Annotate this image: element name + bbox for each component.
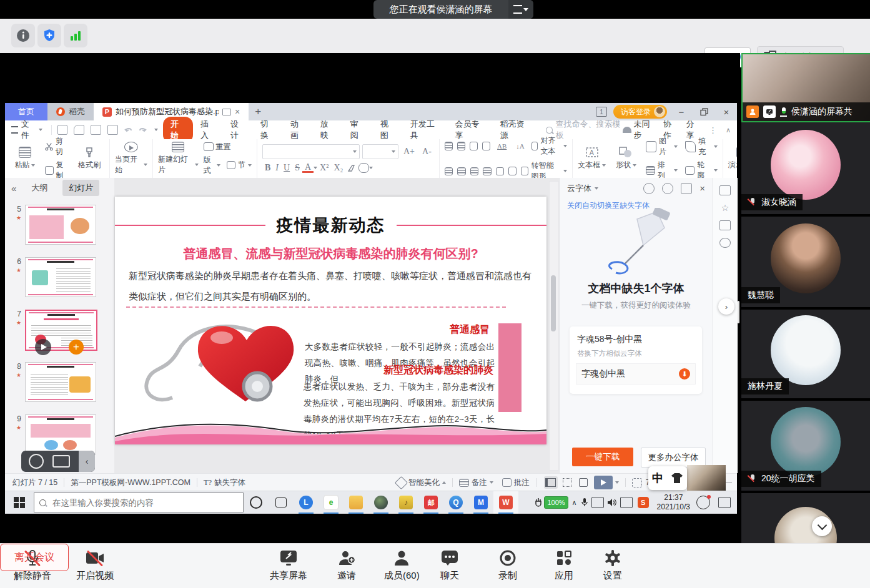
search-input[interactable] — [51, 497, 210, 508]
decrease-font-button[interactable]: A- — [420, 147, 434, 157]
scroll-thumb[interactable] — [551, 275, 556, 331]
participant-tile-partial[interactable] — [741, 493, 870, 543]
format-painter-button[interactable]: 格式刷 — [74, 142, 104, 175]
ime-skin-shirt-icon[interactable] — [671, 473, 683, 484]
fit-window-icon[interactable] — [632, 478, 642, 488]
tray-mic-icon[interactable] — [581, 497, 588, 507]
close-tab-icon[interactable]: × — [235, 107, 240, 117]
reading-view-button[interactable] — [576, 476, 590, 489]
close-panel-icon[interactable]: × — [699, 183, 705, 194]
taskbar-app-game[interactable] — [368, 491, 393, 514]
share-screen-button[interactable]: 共享屏幕 — [270, 549, 307, 582]
print-preview-icon[interactable] — [107, 125, 118, 135]
more-menu-icon[interactable]: ⋮ — [709, 125, 717, 135]
tab-docer[interactable]: 稻壳 — [47, 103, 94, 120]
meeting-security-button[interactable] — [37, 24, 61, 47]
paste-button[interactable]: 粘贴 — [10, 142, 40, 175]
taskbar-search[interactable] — [34, 492, 244, 512]
collapse-panel-button[interactable]: « — [11, 183, 16, 194]
participant-tile-screen-share[interactable]: 侯潇涵的屏幕共 — [741, 53, 870, 122]
cortana-button[interactable] — [244, 491, 269, 514]
font-name-combobox[interactable] — [262, 144, 360, 159]
bold-button[interactable]: B — [262, 163, 273, 173]
more-quick-commands-icon[interactable] — [154, 129, 158, 131]
scroll-participants-down-button[interactable] — [812, 516, 832, 536]
taskbar-clock[interactable]: 21:37 2021/10/3 — [657, 493, 690, 512]
numbered-list-icon[interactable] — [457, 142, 465, 150]
task-view-button[interactable] — [269, 491, 294, 514]
download-font-icon[interactable]: ⬇ — [679, 368, 690, 380]
participant-tile[interactable]: 施林丹夏 — [741, 310, 870, 398]
taskbar-app-explorer[interactable] — [344, 491, 368, 514]
tray-assistant-icon[interactable] — [696, 496, 710, 509]
tray-camera-icon[interactable] — [591, 497, 604, 508]
feedback-icon[interactable] — [643, 183, 655, 194]
line-spacing-button[interactable]: ↓A — [513, 142, 526, 150]
new-tab-button[interactable]: + — [255, 105, 261, 118]
current-slide[interactable]: 疫情最新动态 普通感冒、流感与新型冠状病毒感染的肺炎有何区别? 新型冠状病毒感染… — [115, 197, 546, 444]
subscript-button[interactable]: X₂ — [331, 163, 345, 173]
expand-panel-button[interactable]: › — [718, 298, 734, 315]
align-center-icon[interactable] — [457, 167, 466, 175]
picture-button[interactable]: 图片 — [646, 136, 678, 157]
bullet-list-icon[interactable] — [445, 142, 453, 150]
normal-view-button[interactable] — [544, 476, 558, 489]
windows-start-button[interactable] — [14, 497, 25, 508]
pin-window-icon[interactable] — [222, 109, 231, 115]
slide-thumbnail[interactable] — [25, 205, 96, 245]
meeting-network-button[interactable] — [64, 24, 87, 47]
participant-tile[interactable]: 20统一胡应美 — [741, 401, 870, 491]
redo-icon[interactable] — [137, 125, 147, 134]
battery-indicator[interactable]: 100% — [544, 496, 568, 509]
unmute-button[interactable]: 解除静音 — [14, 549, 51, 582]
taskbar-app-music[interactable]: ♪ — [393, 491, 418, 514]
file-menu[interactable]: 文件 — [5, 119, 49, 141]
slide-thumb-row-7-current[interactable]: 7★ — [11, 310, 97, 351]
slide-thumbnail[interactable] — [25, 414, 96, 454]
taskbar-app-clock[interactable]: L — [294, 491, 319, 514]
notification-center-icon[interactable] — [718, 497, 731, 508]
start-video-button[interactable]: 开启视频 — [76, 549, 114, 582]
keyboard-icon[interactable] — [52, 455, 70, 468]
caret-down-icon[interactable] — [595, 187, 598, 190]
ime-language-indicator[interactable]: 中 — [652, 471, 663, 486]
font-size-combobox[interactable] — [362, 144, 398, 159]
increase-indent-icon[interactable] — [482, 142, 490, 150]
tray-volume-icon[interactable] — [607, 498, 617, 507]
guest-login-button[interactable]: 访客登录 — [613, 105, 667, 119]
layout-button[interactable]: 版式 — [204, 155, 220, 176]
reset-button[interactable]: 重置 — [204, 142, 252, 152]
clear-format-icon[interactable] — [347, 164, 357, 172]
thumb-play-button[interactable] — [35, 339, 51, 355]
tab-slides[interactable]: 幻灯片 — [62, 180, 99, 196]
strikethrough-button[interactable]: S — [292, 163, 302, 173]
decrease-indent-icon[interactable] — [470, 142, 478, 150]
window-restore-button[interactable] — [696, 104, 712, 120]
align-left-icon[interactable] — [445, 167, 453, 175]
smart-beautify-button[interactable]: 智能美化 — [397, 478, 446, 488]
increase-font-button[interactable]: A+ — [401, 147, 417, 157]
similar-font-row[interactable]: 字魂创中黑 ⬇ — [576, 363, 696, 385]
participant-tile[interactable]: 魏慧聪 — [741, 217, 870, 307]
distribute-icon[interactable] — [496, 167, 505, 175]
export-icon[interactable] — [74, 125, 84, 135]
properties-icon[interactable] — [719, 185, 731, 195]
ime-mini-toolbar[interactable]: ‹ — [21, 451, 95, 472]
pin-icon[interactable] — [681, 183, 692, 194]
tray-ime-icon[interactable] — [620, 497, 633, 508]
tab-outline[interactable]: 大纲 — [25, 180, 54, 196]
para-spacing-icon[interactable] — [508, 167, 517, 175]
collapse-left-icon[interactable]: ‹ — [79, 451, 95, 472]
record-button[interactable]: 录制 — [498, 549, 517, 582]
gear-icon[interactable] — [662, 183, 673, 194]
invite-button[interactable]: 邀请 — [337, 549, 356, 582]
meeting-info-button[interactable] — [11, 24, 35, 47]
favorites-star-icon[interactable]: ☆ — [720, 203, 730, 213]
download-all-button[interactable]: 一键下载 — [572, 448, 633, 466]
taskbar-app-browserq[interactable]: Q — [443, 491, 468, 514]
slide-thumbnail[interactable] — [25, 257, 96, 297]
slide-thumb-row-8[interactable]: 8★ — [11, 362, 96, 402]
window-minimize-button[interactable]: − — [673, 104, 690, 120]
window-switch-icon[interactable]: 1 — [596, 107, 607, 117]
slide-thumb-row-9[interactable]: 9★ — [11, 414, 96, 454]
